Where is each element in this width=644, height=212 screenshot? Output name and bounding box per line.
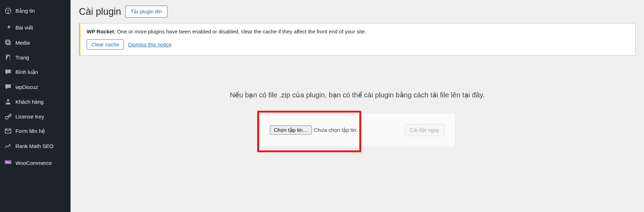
sidebar-item-label: Khách hàng [15, 99, 44, 105]
pushpin-icon [4, 24, 12, 32]
sidebar-item-license-key[interactable]: License Key [0, 109, 71, 124]
upload-panel: Chọn tập tin… Chưa chọn tập tin. Cài đặt… [259, 113, 456, 147]
page-header: Cài plugin Tải plugin lên [79, 6, 636, 18]
sidebar-item-dashboard[interactable]: Bảng tin [0, 4, 71, 18]
sidebar-item-label: License Key [15, 114, 44, 120]
key-icon [4, 113, 12, 120]
sidebar-item-label: Trang [15, 54, 29, 60]
file-status-text: Chưa chọn tập tin. [314, 127, 358, 133]
sidebar-item-woocommerce[interactable]: Woo WooCommerce [0, 155, 71, 170]
file-input-area: Chọn tập tin… Chưa chọn tập tin. [270, 126, 358, 135]
woocommerce-icon: Woo [4, 159, 12, 167]
main-content: Cài plugin Tải plugin lên WP Rocket: One… [71, 0, 644, 212]
choose-file-button[interactable]: Chọn tập tin… [270, 126, 312, 135]
sidebar-item-label: Media [15, 40, 30, 46]
envelope-icon [4, 127, 12, 135]
sidebar-item-pages[interactable]: Trang [0, 50, 71, 65]
upload-instructions: Nếu bạn có file .zip của plugin, bạn có … [79, 91, 636, 99]
svg-point-2 [5, 116, 8, 119]
sidebar-item-label: Bình luận [15, 69, 38, 75]
notice-message: : One or more plugins have been enabled … [114, 28, 366, 34]
media-icon [4, 39, 12, 46]
admin-sidebar: Bảng tin Bài viết Media Trang Bình [0, 0, 71, 212]
dashboard-icon [4, 7, 12, 15]
sidebar-item-label: Form liên hệ [15, 128, 45, 134]
sidebar-item-wpdiscuz[interactable]: wpDiscuz [0, 79, 71, 94]
sidebar-item-media[interactable]: Media [0, 35, 71, 50]
svg-text:Woo: Woo [5, 161, 11, 163]
svg-point-1 [7, 99, 9, 101]
wp-rocket-notice: WP Rocket: One or more plugins have been… [79, 23, 636, 56]
sidebar-item-customers[interactable]: Khách hàng [0, 94, 71, 109]
chart-icon [4, 142, 12, 150]
sidebar-item-comments[interactable]: Bình luận [0, 65, 71, 79]
sidebar-item-label: Rank Math SEO [15, 143, 53, 149]
wpdiscuz-icon [4, 83, 12, 91]
sidebar-item-rank-math[interactable]: Rank Math SEO [0, 139, 71, 153]
sidebar-item-posts[interactable]: Bài viết [0, 20, 71, 35]
svg-point-0 [8, 43, 9, 44]
notice-text: WP Rocket: One or more plugins have been… [87, 28, 629, 34]
upload-plugin-button[interactable]: Tải plugin lên [125, 6, 167, 18]
comment-icon [4, 68, 12, 76]
pages-icon [4, 53, 12, 61]
page-title: Cài plugin [79, 6, 121, 17]
sidebar-item-label: Bài viết [15, 25, 33, 31]
sidebar-item-contact-form[interactable]: Form liên hệ [0, 124, 71, 139]
sidebar-item-label: Bảng tin [15, 8, 35, 14]
clear-cache-button[interactable]: Clear cache [87, 39, 124, 50]
install-now-button[interactable]: Cài đặt ngay [404, 124, 445, 136]
notice-strong: WP Rocket [87, 28, 114, 34]
user-icon [4, 98, 12, 105]
sidebar-item-label: wpDiscuz [15, 84, 38, 90]
sidebar-item-label: WooCommerce [15, 160, 52, 166]
dismiss-notice-link[interactable]: Dismiss this notice [128, 41, 172, 47]
